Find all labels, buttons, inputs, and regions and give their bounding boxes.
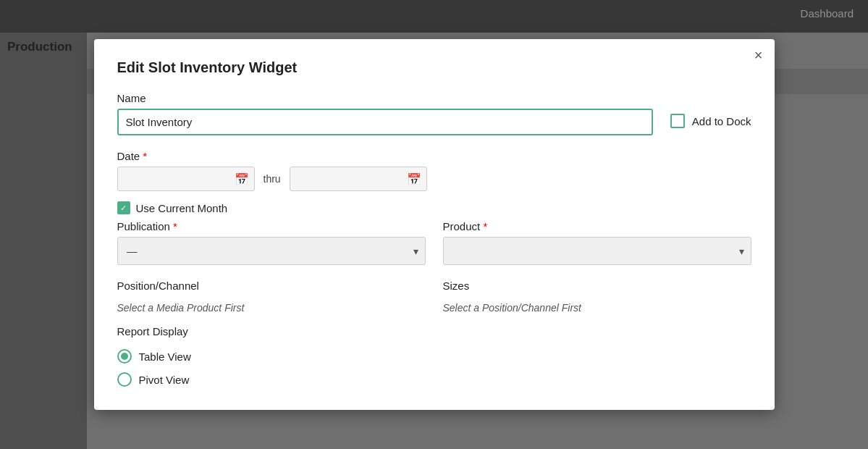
publication-select[interactable]: — [117, 237, 426, 265]
sizes-label: Sizes [443, 280, 751, 292]
publication-label: Publication * [117, 220, 426, 232]
report-display-label: Report Display [117, 325, 751, 337]
date-end-input[interactable] [290, 167, 427, 191]
date-group: Date * 📅 thru 📅 Use Current Month [117, 150, 751, 214]
product-select-wrap: ▾ [443, 237, 751, 265]
product-select[interactable] [443, 237, 751, 265]
radio-table-view-label: Table View [139, 351, 191, 363]
name-group: Name [117, 92, 653, 135]
position-channel-group: Position/Channel Select a Media Product … [117, 280, 426, 314]
name-label: Name [117, 92, 653, 104]
position-sizes-row: Position/Channel Select a Media Product … [117, 280, 751, 314]
radio-pivot-view: Pivot View [117, 372, 751, 387]
edit-widget-modal: × Edit Slot Inventory Widget Name Add to… [94, 39, 775, 410]
radio-pivot-view-button[interactable] [117, 372, 132, 387]
use-current-month-checkbox[interactable] [117, 201, 130, 214]
date-start-input[interactable] [117, 167, 255, 191]
thru-label: thru [264, 173, 281, 185]
product-label: Product * [443, 220, 751, 232]
sizes-info: Select a Position/Channel First [443, 302, 751, 314]
product-group: Product * ▾ [443, 220, 751, 265]
add-to-dock-row: Add to Dock [670, 92, 751, 128]
modal-overlay: × Edit Slot Inventory Widget Name Add to… [0, 0, 868, 449]
use-current-month-row: Use Current Month [117, 201, 751, 214]
publication-select-wrap: — ▾ [117, 237, 426, 265]
close-button[interactable]: × [754, 48, 763, 62]
date-range-row: 📅 thru 📅 [117, 167, 751, 191]
report-display-group: Report Display Table View Pivot View [117, 325, 751, 387]
use-current-month-label: Use Current Month [136, 202, 228, 214]
date-label: Date * [117, 150, 751, 162]
name-row: Name Add to Dock [117, 92, 751, 135]
modal-title: Edit Slot Inventory Widget [117, 59, 751, 76]
radio-table-view: Table View [117, 349, 751, 364]
pub-product-row: Publication * — ▾ Product * [117, 220, 751, 265]
radio-pivot-view-label: Pivot View [139, 374, 190, 386]
add-to-dock-label: Add to Dock [692, 115, 751, 127]
name-input[interactable] [117, 109, 653, 135]
position-channel-label: Position/Channel [117, 280, 426, 292]
radio-table-view-button[interactable] [117, 349, 132, 364]
publication-group: Publication * — ▾ [117, 220, 426, 265]
product-required-marker: * [483, 220, 487, 232]
publication-required-marker: * [173, 220, 177, 232]
date-start-wrap: 📅 [117, 167, 255, 191]
position-channel-info: Select a Media Product First [117, 302, 426, 314]
date-end-wrap: 📅 [290, 167, 427, 191]
date-required-marker: * [143, 150, 147, 162]
add-to-dock-checkbox[interactable] [670, 114, 685, 128]
sizes-group: Sizes Select a Position/Channel First [443, 280, 751, 314]
